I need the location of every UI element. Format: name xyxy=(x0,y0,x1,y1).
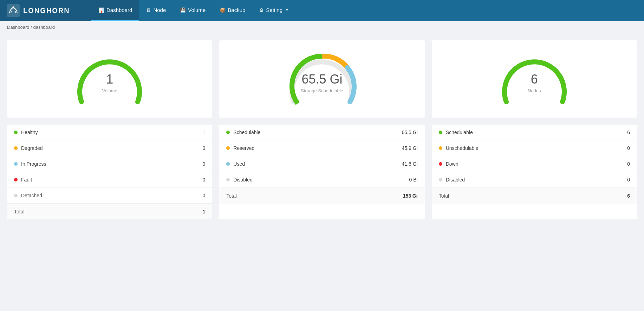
volume-gauge-wrapper: 1 Volume xyxy=(71,47,148,111)
nav-item-dashboard[interactable]: 📊 Dashboard xyxy=(91,0,139,21)
volume-total-label: Total xyxy=(14,209,203,214)
nodes-gauge-card: 6 Nodes xyxy=(432,40,637,118)
stats-item-down: Down 0 xyxy=(432,156,637,172)
unschedulable-dot xyxy=(439,146,442,150)
down-label: Down xyxy=(446,161,627,167)
used-dot xyxy=(226,162,230,166)
setting-chevron-icon: ▾ xyxy=(286,8,288,12)
storage-stats-card: Schedulable 65.5 Gi Reserved 45.9 Gi Use… xyxy=(219,125,424,219)
stats-item-disabled-nodes: Disabled 0 xyxy=(432,172,637,188)
svg-point-1 xyxy=(12,6,14,8)
nodes-gauge-center: 6 Nodes xyxy=(528,72,541,93)
longhorn-logo-icon xyxy=(7,4,20,17)
nav-label-dashboard: Dashboard xyxy=(106,7,132,13)
storage-gauge-wrapper: 65.5 Gi Storage Schedulable xyxy=(283,47,360,111)
setting-icon: ⚙ xyxy=(259,7,264,13)
stats-item-reserved: Reserved 45.9 Gi xyxy=(219,140,424,156)
healthy-dot xyxy=(14,131,18,134)
stats-item-unschedulable: Unschedulable 0 xyxy=(432,140,637,156)
degraded-label: Degraded xyxy=(21,145,203,151)
in-progress-dot xyxy=(14,162,18,166)
disabled-nodes-dot xyxy=(439,178,442,181)
stats-item-degraded: Degraded 0 xyxy=(7,140,212,156)
healthy-label: Healthy xyxy=(21,130,203,135)
used-value: 41.6 Gi xyxy=(402,161,418,167)
node-icon: 🖥 xyxy=(146,7,151,13)
storage-total-label: Total xyxy=(226,193,403,199)
in-progress-label: In Progress xyxy=(21,161,203,167)
reserved-value: 45.9 Gi xyxy=(402,145,418,151)
logo-text: LONGHORN xyxy=(23,7,70,15)
stats-row: Healthy 1 Degraded 0 In Progress 0 Fault… xyxy=(7,125,637,219)
nodes-gauge-value: 6 xyxy=(528,72,541,87)
fault-value: 0 xyxy=(203,177,206,183)
unschedulable-label: Unschedulable xyxy=(446,145,627,151)
used-label: Used xyxy=(233,161,402,167)
nodes-total-value: 6 xyxy=(627,193,630,199)
detached-dot xyxy=(14,194,18,197)
disabled-nodes-label: Disabled xyxy=(446,177,627,183)
stats-item-fault: Fault 0 xyxy=(7,172,212,188)
volume-gauge-label: Volume xyxy=(102,88,117,93)
disabled-nodes-value: 0 xyxy=(627,177,630,183)
healthy-value: 1 xyxy=(203,130,206,135)
volume-gauge-card: 1 Volume xyxy=(7,40,212,118)
detached-value: 0 xyxy=(203,193,206,198)
stats-item-disabled-storage: Disabled 0 Bi xyxy=(219,172,424,188)
storage-gauge-label: Storage Schedulable xyxy=(301,88,343,93)
svg-rect-0 xyxy=(7,4,20,17)
nav-label-volume: Volume xyxy=(188,7,206,13)
nav-item-setting[interactable]: ⚙ Setting ▾ xyxy=(252,0,295,21)
nav-label-backup: Backup xyxy=(228,7,245,13)
volume-gauge-center: 1 Volume xyxy=(102,72,117,93)
nav-label-setting: Setting xyxy=(266,7,282,13)
storage-gauge-value: 65.5 Gi xyxy=(301,72,343,87)
nodes-gauge-label: Nodes xyxy=(528,88,541,93)
main-nav: 📊 Dashboard 🖥 Node 💾 Volume 📦 Backup ⚙ S… xyxy=(91,0,295,21)
nav-item-node[interactable]: 🖥 Node xyxy=(139,0,173,21)
volume-total-value: 1 xyxy=(203,209,206,214)
unschedulable-value: 0 xyxy=(627,145,630,151)
in-progress-value: 0 xyxy=(203,161,206,167)
header: LONGHORN 📊 Dashboard 🖥 Node 💾 Volume 📦 B… xyxy=(0,0,644,21)
schedulable-storage-value: 65.5 Gi xyxy=(402,130,418,135)
nav-label-node: Node xyxy=(153,7,166,13)
degraded-value: 0 xyxy=(203,145,206,151)
nodes-stats-card: Schedulable 6 Unschedulable 0 Down 0 Dis… xyxy=(432,125,637,219)
schedulable-nodes-dot xyxy=(439,131,442,134)
detached-label: Detached xyxy=(21,193,203,198)
nav-item-backup[interactable]: 📦 Backup xyxy=(213,0,252,21)
gauges-row: 1 Volume 65.5 G xyxy=(7,40,637,118)
disabled-storage-dot xyxy=(226,178,230,181)
breadcrumb: Dashboard / dashboard xyxy=(0,21,644,33)
schedulable-storage-label: Schedulable xyxy=(233,130,402,135)
down-value: 0 xyxy=(627,161,630,167)
volume-gauge-value: 1 xyxy=(102,72,117,87)
storage-stats-total: Total 153 Gi xyxy=(219,188,424,204)
down-dot xyxy=(439,162,442,166)
reserved-label: Reserved xyxy=(233,145,402,151)
nav-item-volume[interactable]: 💾 Volume xyxy=(173,0,213,21)
stats-item-healthy: Healthy 1 xyxy=(7,125,212,140)
stats-item-schedulable-nodes: Schedulable 6 xyxy=(432,125,637,140)
dashboard-icon: 📊 xyxy=(98,7,104,13)
nodes-total-label: Total xyxy=(439,193,627,199)
disabled-storage-value: 0 Bi xyxy=(409,177,418,183)
stats-item-used: Used 41.6 Gi xyxy=(219,156,424,172)
backup-icon: 📦 xyxy=(220,7,226,13)
degraded-dot xyxy=(14,146,18,150)
main-content: 1 Volume 65.5 G xyxy=(0,33,644,226)
nodes-stats-total: Total 6 xyxy=(432,188,637,204)
volume-icon: 💾 xyxy=(180,7,186,13)
volume-stats-total: Total 1 xyxy=(7,204,212,219)
reserved-dot xyxy=(226,146,230,150)
disabled-storage-label: Disabled xyxy=(233,177,409,183)
stats-item-schedulable-storage: Schedulable 65.5 Gi xyxy=(219,125,424,140)
nodes-gauge-wrapper: 6 Nodes xyxy=(496,47,573,111)
logo-area: LONGHORN xyxy=(0,0,91,21)
volume-stats-card: Healthy 1 Degraded 0 In Progress 0 Fault… xyxy=(7,125,212,219)
storage-total-value: 153 Gi xyxy=(403,193,418,199)
stats-item-detached: Detached 0 xyxy=(7,188,212,204)
schedulable-nodes-label: Schedulable xyxy=(446,130,627,135)
breadcrumb-text: Dashboard / dashboard xyxy=(7,25,55,30)
